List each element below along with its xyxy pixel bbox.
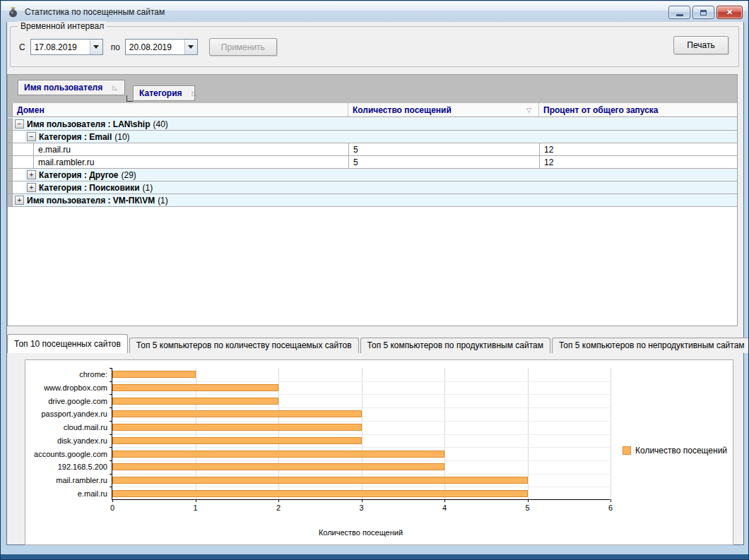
cell-domain: mail.rambler.ru <box>33 156 348 168</box>
bar-accounts.google.com <box>112 451 444 458</box>
group-row-content: +Категория : Поисковики(1) <box>25 181 737 193</box>
row-indent-strip <box>8 156 13 168</box>
group-row[interactable]: +Категория : Другое(29) <box>8 169 737 181</box>
group-row-count: (1) <box>143 183 153 193</box>
column-header-percent[interactable]: Процент от общего запуска <box>539 103 737 117</box>
x-axis-tick <box>196 499 196 502</box>
group-row-count: (40) <box>153 119 168 129</box>
group-row[interactable]: −Категория : Email(10) <box>8 131 737 143</box>
y-axis-tick <box>110 474 112 475</box>
minimize-button[interactable] <box>668 6 690 19</box>
y-axis-tick <box>110 434 112 435</box>
indent-spacer <box>13 169 25 181</box>
chart-legend: Количество посещений <box>623 446 727 455</box>
column-header-visits[interactable]: Количество посещений ▽ <box>348 103 539 117</box>
gridline <box>112 394 610 395</box>
tab-3[interactable]: Топ 5 компьютеров по продуктивным сайтам <box>360 338 550 353</box>
cell-percent: 12 <box>539 143 737 155</box>
row-indent-strip <box>8 194 13 206</box>
date-from-dropdown-button[interactable] <box>90 40 102 54</box>
row-indent-strip <box>8 169 13 181</box>
grid-indent-strip <box>8 103 13 117</box>
chart-panel: 0123456chrome:www.dropbox.comdrive.googl… <box>25 359 733 545</box>
indent-spacer <box>13 131 25 143</box>
y-axis-category-label: passport.yandex.ru <box>41 410 107 418</box>
table-row[interactable]: e.mail.ru512 <box>8 143 737 156</box>
client-area: Временной интервал С 17.08.2019 по 20.08… <box>6 22 744 545</box>
title-bar: Статистика по посещенным сайтам ✕ <box>1 1 748 22</box>
y-axis-tick <box>110 394 112 395</box>
group-row-content: −Имя пользователя : LAN\ship(40) <box>13 118 737 130</box>
row-indent-strip <box>8 131 13 143</box>
window-title: Статистика по посещенным сайтам <box>25 7 165 17</box>
app-window: Статистика по посещенным сайтам ✕ Времен… <box>0 0 749 560</box>
tab-1[interactable]: Топ 10 посещенных сайтов <box>7 334 128 353</box>
group-row-content: +Категория : Другое(29) <box>25 169 737 181</box>
expand-button[interactable]: + <box>27 170 36 179</box>
group-row[interactable]: −Имя пользователя : LAN\ship(40) <box>8 118 737 131</box>
gridline <box>112 487 610 487</box>
cell-visits: 5 <box>348 143 539 155</box>
from-label: С <box>19 42 25 52</box>
group-connector <box>126 95 133 102</box>
group-row[interactable]: +Имя пользователя : VM-ПК\VM(1) <box>8 194 737 207</box>
x-axis-tick <box>611 499 611 502</box>
collapse-button[interactable]: − <box>15 119 24 129</box>
y-axis-tick <box>110 447 112 448</box>
group-row-count: (29) <box>121 170 136 180</box>
indent-spacer <box>13 143 33 155</box>
expand-button[interactable]: + <box>27 183 36 192</box>
x-axis-tick-label: 2 <box>276 504 281 512</box>
group-row-count: (1) <box>158 196 168 205</box>
x-axis-tick <box>528 499 529 502</box>
bar-mail.rambler.ru <box>112 477 528 484</box>
date-to-dropdown-button[interactable] <box>184 40 197 54</box>
date-to-combobox[interactable]: 20.08.2019 <box>125 39 198 55</box>
tab-4[interactable]: Топ 5 компьютеров по непродуктивным сайт… <box>552 338 749 353</box>
y-axis-tick <box>110 460 112 461</box>
group-by-username[interactable]: Имя пользователя ◺ <box>18 80 125 95</box>
tab-2[interactable]: Топ 5 компьютеров по количеству посещаем… <box>129 338 359 353</box>
apply-button[interactable]: Применить <box>209 38 277 56</box>
column-header-visits-label: Количество посещений <box>353 105 452 115</box>
date-from-combobox[interactable]: 17.08.2019 <box>30 39 103 55</box>
bar-disk.yandex.ru <box>112 437 362 444</box>
y-axis-tick <box>110 487 112 487</box>
y-axis-category-label: disk.yandex.ru <box>57 436 107 445</box>
window-bottom-edge <box>1 554 748 559</box>
app-icon <box>7 6 19 18</box>
sites-grid: Имя пользователя ◺ Категория ◺ Домен Кол… <box>7 74 738 326</box>
sort-asc-icon: ◺ <box>192 90 197 97</box>
collapse-button[interactable]: − <box>27 132 36 141</box>
x-axis-tick-label: 0 <box>110 504 114 512</box>
print-button[interactable]: Печать <box>673 36 729 54</box>
row-indent-strip <box>8 118 13 130</box>
bar-www.dropbox.com <box>112 384 278 391</box>
grid-rows: −Имя пользователя : LAN\ship(40)−Категор… <box>8 118 737 207</box>
maximize-button[interactable] <box>692 6 714 19</box>
gridline <box>112 381 610 382</box>
x-axis-tick <box>112 499 113 502</box>
y-axis-category-label: cloud.mail.ru <box>64 423 107 431</box>
group-row[interactable]: +Категория : Поисковики(1) <box>8 181 737 194</box>
gridline <box>112 421 610 422</box>
cell-percent: 12 <box>539 156 737 168</box>
gridline <box>112 460 610 461</box>
y-axis-category-label: mail.rambler.ru <box>56 476 107 484</box>
group-by-category[interactable]: Категория ◺ <box>133 85 195 101</box>
x-axis-tick-label: 1 <box>193 504 197 512</box>
expand-button[interactable]: + <box>15 196 24 205</box>
cell-domain: e.mail.ru <box>33 143 348 155</box>
column-header-domain-label: Домен <box>17 105 45 115</box>
group-row-label: Категория : Email <box>39 132 112 142</box>
table-row[interactable]: mail.rambler.ru512 <box>8 156 737 169</box>
x-axis-tick-label: 6 <box>608 504 613 512</box>
column-header-domain[interactable]: Домен <box>13 103 348 117</box>
group-row-content: +Имя пользователя : VM-ПК\VM(1) <box>13 194 737 206</box>
x-axis-tick-label: 3 <box>359 504 363 512</box>
close-button[interactable]: ✕ <box>716 6 743 19</box>
bar-192.168.5.200 <box>112 463 444 470</box>
close-icon: ✕ <box>726 8 733 16</box>
bottom-tab-strip: Топ 10 посещенных сайтовТоп 5 компьютеро… <box>7 333 749 353</box>
row-indent-strip <box>8 181 13 193</box>
